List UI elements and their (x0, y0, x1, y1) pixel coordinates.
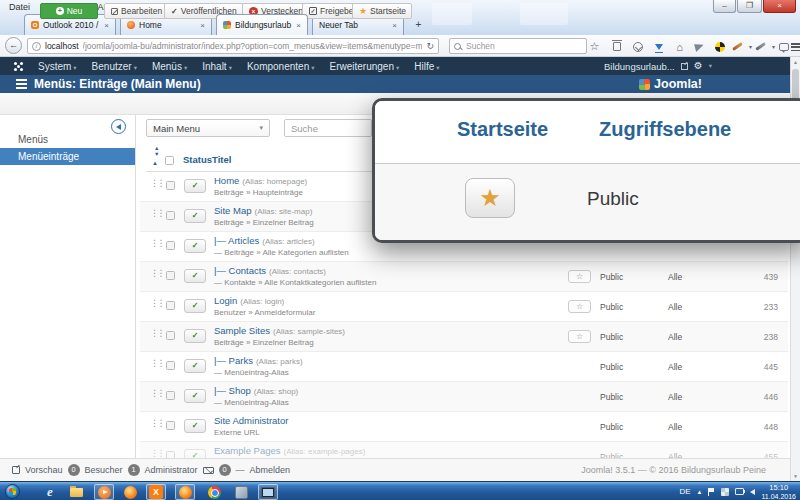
admin-menu-inhalt[interactable]: Inhalt▾ (202, 61, 232, 72)
drag-handle-icon[interactable]: ⋮⋮ (150, 238, 163, 248)
send-icon[interactable] (693, 40, 706, 53)
status-toggle-button[interactable]: ✓ (184, 449, 206, 458)
drag-handle-icon[interactable]: ⋮⋮ (150, 448, 163, 458)
item-search[interactable] (284, 119, 372, 137)
drag-handle-icon[interactable]: ⋮⋮ (150, 268, 163, 278)
row-title-link[interactable]: Example Pages (214, 445, 281, 456)
shield-addon-icon[interactable] (713, 40, 726, 53)
admin-menu-hilfe[interactable]: Hilfe▾ (414, 61, 439, 72)
row-title-link[interactable]: Home (214, 175, 239, 186)
minimize-button[interactable]: – (713, 0, 736, 13)
home-star-button[interactable]: ☆ (568, 330, 591, 343)
taskbar-firefox-icon[interactable] (120, 484, 140, 500)
new-tab-button[interactable]: + (410, 17, 427, 32)
row-checkbox[interactable] (166, 241, 175, 250)
taskbar-clock[interactable]: 15:10 11.04.2016 (761, 483, 796, 500)
browser-search[interactable] (449, 38, 587, 54)
sidebar-item-menus[interactable]: Menüs (0, 131, 135, 148)
drag-handle-icon[interactable]: ⋮⋮ (150, 418, 163, 428)
row-checkbox[interactable] (166, 301, 175, 310)
menu-datei[interactable]: Datei (4, 1, 35, 13)
home-star-button[interactable]: ☆ (568, 270, 591, 283)
tab-bildungsurlaub-active[interactable]: Bildungsurlaub Peine - Ad... × (216, 14, 308, 35)
status-toggle-button[interactable]: ✓ (184, 419, 206, 433)
title-column-header[interactable]: Titel (212, 154, 231, 165)
taskbar-ie-icon[interactable]: e (40, 484, 60, 500)
brush-addon-icon[interactable] (731, 40, 744, 53)
status-column-header[interactable]: Status (183, 154, 212, 165)
row-title-link[interactable]: |— Articles (214, 235, 259, 246)
row-checkbox[interactable] (166, 451, 175, 458)
row-checkbox[interactable] (166, 391, 175, 400)
scroll-down-icon[interactable]: ▼ (791, 473, 800, 479)
drag-handle-icon[interactable]: ⋮⋮ (150, 388, 163, 398)
taskbar-chrome-icon[interactable] (204, 484, 224, 500)
taskbar-xampp-icon[interactable]: X (146, 484, 166, 500)
sidebar-item-menueintraege[interactable]: Menüeinträge (0, 148, 135, 165)
taskbar-remote-desktop-icon[interactable] (258, 484, 278, 500)
row-checkbox[interactable] (166, 271, 175, 280)
admin-menu-menues[interactable]: Menüs▾ (152, 61, 187, 72)
row-title-link[interactable]: |— Parks (214, 355, 253, 366)
admin-menu-benutzer[interactable]: Benutzer▾ (92, 61, 137, 72)
language-indicator[interactable]: DE (679, 487, 690, 496)
mail-icon[interactable] (203, 467, 214, 474)
overlay-home-star-button[interactable]: ★ (465, 178, 515, 218)
speaker-icon[interactable] (750, 489, 755, 495)
tab-close-icon[interactable]: × (392, 21, 397, 30)
drag-handle-icon[interactable]: ⋮⋮ (150, 178, 163, 188)
status-toggle-button[interactable]: ✓ (184, 179, 206, 193)
home-icon[interactable]: ⌂ (673, 40, 686, 53)
trash-icon[interactable] (610, 40, 623, 53)
ordering-sort-icon[interactable]: ▲▼ (154, 145, 159, 157)
bookmark-star-icon[interactable]: ☆ (588, 40, 601, 53)
row-title-link[interactable]: Sample Sites (214, 325, 270, 336)
reload-icon[interactable]: ↻ (426, 41, 434, 51)
search-input[interactable] (464, 40, 582, 52)
preview-link[interactable]: Vorschau (25, 465, 63, 475)
taskbar-media-player-icon[interactable] (94, 484, 114, 500)
hamburger-menu-icon[interactable] (790, 40, 800, 53)
sort-asc-icon[interactable]: ▲ (152, 160, 158, 166)
row-checkbox[interactable] (166, 331, 175, 340)
drag-handle-icon[interactable]: ⋮⋮ (150, 328, 163, 338)
home-star-button[interactable]: ☆ (568, 300, 591, 313)
status-toggle-button[interactable]: ✓ (184, 299, 206, 313)
tab-close-icon[interactable]: × (296, 21, 301, 30)
tray-expand-icon[interactable]: ▲ (697, 489, 703, 495)
action-center-flag-icon[interactable] (708, 488, 715, 496)
pocket-icon[interactable] (631, 40, 644, 53)
item-search-input[interactable] (285, 123, 371, 134)
admin-menu-erweiterungen[interactable]: Erweiterungen▾ (329, 61, 399, 72)
row-title-link[interactable]: |— Contacts (214, 265, 266, 276)
row-title-link[interactable]: Site Administrator (214, 415, 288, 426)
back-button[interactable]: ← (5, 37, 22, 54)
url-bar[interactable]: i localhost /joomla/joomla-bu/administra… (27, 38, 439, 54)
row-checkbox[interactable] (166, 421, 175, 430)
status-toggle-button[interactable]: ✓ (184, 269, 206, 283)
row-checkbox[interactable] (166, 181, 175, 190)
row-title-link[interactable]: Login (214, 295, 237, 306)
status-toggle-button[interactable]: ✓ (184, 329, 206, 343)
chevron-down-icon[interactable]: ▾ (709, 62, 712, 70)
chat-icon[interactable] (777, 40, 790, 53)
site-preview-link[interactable]: Bildungsurlaub... (604, 61, 675, 72)
start-button[interactable] (5, 484, 20, 499)
select-all-checkbox[interactable] (165, 156, 174, 165)
row-title-link[interactable]: Site Map (214, 205, 252, 216)
edit-button[interactable]: Bearbeiten (104, 3, 169, 19)
taskbar-app-icon[interactable] (231, 484, 251, 500)
site-info-icon[interactable]: i (32, 42, 41, 51)
status-toggle-button[interactable]: ✓ (184, 359, 206, 373)
drag-handle-icon[interactable]: ⋮⋮ (150, 358, 163, 368)
status-toggle-button[interactable]: ✓ (184, 389, 206, 403)
admin-menu-system[interactable]: System▾ (38, 61, 77, 72)
status-toggle-button[interactable]: ✓ (184, 209, 206, 223)
close-button[interactable]: × (763, 0, 796, 13)
maximize-button[interactable]: ❐ (737, 0, 762, 13)
new-button[interactable]: + Neu (40, 3, 98, 19)
sidebar-collapse-button[interactable] (111, 119, 126, 134)
status-toggle-button[interactable]: ✓ (184, 239, 206, 253)
gear-icon[interactable]: ⚙ (694, 61, 703, 71)
tab-close-icon[interactable]: × (200, 21, 205, 30)
